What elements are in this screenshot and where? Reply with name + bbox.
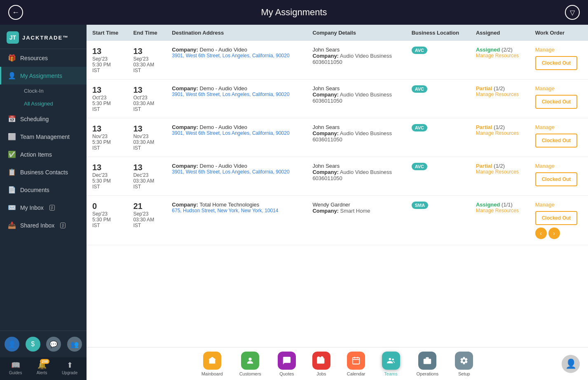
cell-company-2: John Sears Company: Audio Video Business… (307, 118, 405, 157)
sidebar-chat-btn[interactable]: 💬 (45, 335, 63, 353)
cell-destination-0: Company: Demo - Audio Video 3901, West 6… (166, 41, 307, 80)
cell-destination-4: Company: Total Home Technologies 675, Hu… (166, 196, 307, 245)
cell-start-time-0: 13 Sep'23 5:30 PM IST (87, 41, 127, 80)
manage-link-3[interactable]: Manage (535, 163, 555, 169)
manage-link-4[interactable]: Manage (535, 202, 555, 208)
sidebar-alerts-btn[interactable]: 🔔 268 Alerts (37, 361, 47, 375)
table-row: 13 Oct'23 5:30 PM IST 13 Oct'23 03:30 AM… (87, 80, 588, 118)
jobs-tab-icon (312, 352, 330, 370)
manage-link-2[interactable]: Manage (535, 124, 555, 130)
sidebar-item-team-management[interactable]: ⬜ Team Management (0, 128, 87, 145)
tab-calendar[interactable]: Calendar (339, 348, 374, 380)
cell-start-time-2: 13 Nov'23 5:30 PM IST (87, 118, 127, 157)
sidebar: JT JACKTRADE™ 🎁 Resources 👤 My Assignmen… (0, 25, 87, 380)
sidebar-users-btn[interactable]: 👥 (66, 335, 84, 353)
tab-teams[interactable]: Teams (374, 348, 408, 380)
billing-icon: $ (26, 337, 40, 352)
tab-setup-label: Setup (458, 371, 470, 376)
sidebar-item-clock-in[interactable]: Clock-In (19, 84, 87, 97)
sidebar-item-my-inbox[interactable]: ✉️ My Inbox β (0, 199, 87, 216)
tab-operations[interactable]: Operations (408, 348, 447, 380)
sidebar-profile-btn[interactable]: 👤 (3, 335, 21, 353)
sidebar-upgrade-btn[interactable]: ⬆ Upgrade (62, 361, 77, 375)
tab-customers[interactable]: Customers (231, 348, 269, 380)
sidebar-label-shared-inbox: Shared Inbox (20, 222, 54, 229)
customers-tab-icon (241, 352, 259, 370)
sidebar-guides-btn[interactable]: 📖 Guides (9, 361, 22, 375)
tab-operations-label: Operations (417, 371, 439, 376)
sidebar-bottom-nav: 📖 Guides 🔔 268 Alerts ⬆ Upgrade (0, 357, 87, 380)
cell-end-time-4: 21 Sep'23 03:30 AM IST (127, 196, 166, 245)
team-management-icon: ⬜ (8, 133, 16, 141)
tab-jobs[interactable]: Jobs (304, 348, 339, 380)
manage-resources-link-3[interactable]: Manage Resources (476, 169, 524, 175)
cell-company-0: John Sears Company: Audio Video Business… (307, 41, 405, 80)
sidebar-label-documents: Documents (20, 187, 49, 193)
sidebar-item-scheduling[interactable]: 📅 Scheduling (0, 110, 87, 128)
cell-location-1: AVC (406, 80, 470, 118)
upgrade-icon: ⬆ (67, 361, 73, 370)
sidebar-item-my-assignments[interactable]: 👤 My Assignments (0, 67, 87, 84)
col-end-time: End Time (127, 25, 166, 41)
users-icon: 👥 (67, 337, 82, 352)
setup-tab-icon (455, 352, 473, 370)
sidebar-label-action-items: Action Items (20, 151, 52, 158)
clocked-out-btn-4[interactable]: Clocked Out (535, 211, 578, 225)
my-inbox-icon: ✉️ (8, 204, 16, 211)
tab-quotes-label: Quotes (279, 371, 294, 376)
manage-resources-link-2[interactable]: Manage Resources (476, 130, 524, 136)
tab-quotes[interactable]: Quotes (269, 348, 304, 380)
manage-resources-link-4[interactable]: Manage Resources (476, 208, 524, 213)
manage-link-1[interactable]: Manage (535, 85, 555, 91)
manage-link-0[interactable]: Manage (535, 47, 555, 53)
tab-mainboard-label: Mainboard (201, 371, 223, 376)
cell-company-4: Wendy Gardner Company: Smart Home (307, 196, 405, 245)
cell-destination-1: Company: Demo - Audio Video 3901, West 6… (166, 80, 307, 118)
prev-btn-4[interactable]: ‹ (535, 228, 547, 239)
sidebar-icon-bar: 👤 $ 💬 👥 (0, 331, 87, 357)
col-assigned: Assigned (470, 25, 529, 41)
tab-setup[interactable]: Setup (447, 348, 481, 380)
clocked-out-btn-2[interactable]: Clocked Out (535, 134, 578, 148)
table-container[interactable]: Start Time End Time Destination Address … (87, 25, 588, 347)
table-header-row: Start Time End Time Destination Address … (87, 25, 588, 41)
logo-icon: JT (7, 31, 19, 44)
cell-location-3: AVC (406, 157, 470, 196)
sidebar-item-shared-inbox[interactable]: 📥 Shared Inbox β (0, 216, 87, 234)
clocked-out-btn-3[interactable]: Clocked Out (535, 172, 578, 186)
next-btn-4[interactable]: › (548, 228, 560, 239)
cell-assigned-2: Partial (1/2) Manage Resources (470, 118, 529, 157)
filter-button[interactable]: ▽ (565, 5, 580, 20)
sidebar-item-resources[interactable]: 🎁 Resources (0, 49, 87, 67)
back-button[interactable]: ← (8, 5, 23, 20)
clocked-out-btn-0[interactable]: Clocked Out (535, 56, 578, 70)
chat-icon: 💬 (46, 337, 61, 352)
manage-resources-link-1[interactable]: Manage Resources (476, 91, 524, 97)
nav-arrows-4: ‹ › (535, 228, 582, 239)
svg-rect-2 (353, 357, 360, 364)
tab-mainboard[interactable]: Mainboard (193, 348, 231, 380)
cell-destination-3: Company: Demo - Audio Video 3901, West 6… (166, 157, 307, 196)
top-header: ← My Assignments ▽ (0, 0, 588, 25)
sidebar-label-my-inbox: My Inbox (20, 204, 44, 211)
cell-start-time-1: 13 Oct'23 5:30 PM IST (87, 80, 127, 118)
sidebar-item-action-items[interactable]: ✅ Action Items (0, 145, 87, 163)
col-destination: Destination Address (166, 25, 307, 41)
alerts-label: Alerts (37, 371, 47, 375)
sidebar-label-business-contacts: Business Contacts (20, 169, 68, 176)
my-inbox-beta: β (49, 205, 55, 211)
clocked-out-btn-1[interactable]: Clocked Out (535, 95, 578, 109)
sidebar-item-all-assigned[interactable]: All Assigned (19, 97, 87, 110)
operations-tab-icon (418, 352, 436, 370)
cell-assigned-0: Assigned (2/2) Manage Resources (470, 41, 529, 80)
sidebar-billing-btn[interactable]: $ (24, 335, 42, 353)
sidebar-item-documents[interactable]: 📄 Documents (0, 181, 87, 199)
svg-point-6 (389, 358, 391, 360)
manage-resources-link-0[interactable]: Manage Resources (476, 53, 524, 59)
cell-location-0: AVC (406, 41, 470, 80)
logo-text: JACKTRADE™ (22, 35, 69, 41)
cell-assigned-1: Partial (1/2) Manage Resources (470, 80, 529, 118)
sidebar-item-business-contacts[interactable]: 📋 Business Contacts (0, 163, 87, 181)
quotes-tab-icon (278, 352, 296, 370)
user-avatar[interactable]: 👤 (562, 355, 580, 373)
